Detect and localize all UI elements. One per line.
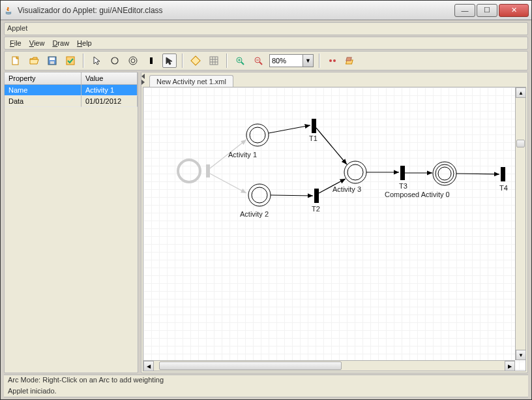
property-row[interactable]: Data 01/01/2012 [5,96,138,107]
pointer-tool-button[interactable] [89,54,104,68]
composed0-label: Composed Activity 0 [385,191,450,198]
menu-file[interactable]: File [10,39,22,47]
horizontal-scrollbar[interactable]: ◀ ▶ [143,360,515,371]
t1-label: T1 [309,134,318,142]
svg-rect-2 [50,57,55,60]
svg-rect-9 [191,56,200,65]
zoom-out-button[interactable] [251,54,265,68]
toolbar: ▼ [4,51,528,70]
java-icon [3,5,14,16]
arc-tool-button[interactable] [162,54,177,68]
scroll-left-icon[interactable]: ◀ [143,361,154,371]
zoom-in-button[interactable] [233,54,247,68]
activity1-node-inner [250,127,265,143]
window-title: Visualizador do Applet: gui/ANEditor.cla… [18,6,454,15]
t1-node[interactable] [312,119,316,133]
scroll-up-icon[interactable]: ▲ [516,87,526,98]
menu-view[interactable]: View [29,39,45,47]
new-file-button[interactable] [8,54,23,68]
prop-cell-value: Activity 1 [81,85,138,96]
activity3-label: Activity 3 [332,185,361,193]
arc[interactable] [269,125,310,133]
canvas-wrapper: Activity 1 Activity 2 T1 T2 Activity 3 T… [143,87,526,371]
property-row[interactable]: Name Activity 1 [5,85,138,96]
svg-point-14 [333,59,336,62]
titlebar[interactable]: Visualizador do Applet: gui/ANEditor.cla… [1,1,531,20]
initial-place-node[interactable] [178,160,200,182]
t3-node[interactable] [400,166,405,180]
scroll-thumb[interactable] [159,362,342,370]
status-mode: Arc Mode: Right-Click on an Arc to add w… [4,375,528,386]
close-button[interactable]: ✕ [499,4,529,17]
canvas[interactable]: Activity 1 Activity 2 T1 T2 Activity 3 T… [143,87,525,371]
svg-rect-8 [150,57,153,64]
svg-point-7 [131,59,135,63]
prop-cell-value: 01/01/2012 [81,96,138,107]
t2-node[interactable] [314,189,319,203]
grid-button[interactable] [207,54,221,68]
vertical-scrollbar[interactable]: ▲ ▼ [515,87,525,360]
editor-panel: New Activity net 1.xml [141,72,528,373]
prop-cell-name: Data [5,96,81,107]
save-file-button[interactable] [45,54,59,68]
svg-rect-16 [346,57,351,61]
properties-header: Property Value [5,72,138,85]
activity3-node-inner [347,164,363,180]
activity2-node-inner [252,187,267,203]
double-circle-tool-button[interactable] [126,54,140,68]
maximize-button[interactable]: ☐ [477,4,497,17]
t4-label: T4 [499,184,508,192]
splitter-handle[interactable] [140,74,145,84]
arc[interactable] [210,174,246,193]
token-tool-button[interactable] [325,54,340,68]
initial-transition-node[interactable] [206,164,210,177]
arc[interactable] [456,174,499,174]
open-file-button[interactable] [27,54,41,68]
chevron-down-icon[interactable]: ▼ [303,55,313,67]
svg-rect-3 [50,61,54,64]
t3-label: T3 [399,182,407,190]
activity2-label: Activity 2 [240,210,269,218]
validate-button[interactable] [63,54,78,68]
scroll-down-icon[interactable]: ▼ [516,350,526,360]
net-svg [143,87,525,371]
app-window: Visualizador do Applet: gui/ANEditor.cla… [0,0,532,400]
transition-tool-button[interactable] [144,54,158,68]
clear-button[interactable] [344,54,358,68]
svg-point-5 [111,57,118,64]
applet-section-label: Applet [4,22,528,35]
menubar: File View Draw Help [4,37,528,50]
svg-point-6 [129,57,137,65]
tabbar: New Activity net 1.xml [141,72,527,87]
menu-draw[interactable]: Draw [52,39,69,47]
composed0-node-ring3 [438,167,451,180]
arc[interactable] [271,195,313,196]
svg-rect-4 [66,57,74,65]
minimize-button[interactable]: — [454,4,475,17]
prop-header-value[interactable]: Value [81,72,138,84]
prop-header-property[interactable]: Property [5,72,81,84]
svg-rect-10 [210,57,218,65]
circle-tool-button[interactable] [108,54,122,68]
scroll-right-icon[interactable]: ▶ [505,361,515,371]
t4-node[interactable] [501,167,505,181]
main-area: Property Value Name Activity 1 Data 01/0… [4,72,528,373]
prop-cell-name: Name [5,85,81,96]
arc[interactable] [316,128,347,164]
activity1-label: Activity 1 [228,151,257,159]
scroll-thumb[interactable] [516,140,525,147]
composed0-node[interactable] [433,162,456,185]
tab-document[interactable]: New Activity net 1.xml [149,75,233,87]
properties-panel: Property Value Name Activity 1 Data 01/0… [4,72,138,373]
status-applet: Applet iniciado. [4,386,528,397]
svg-point-13 [329,59,332,62]
zoom-input[interactable] [270,57,303,65]
menu-help[interactable]: Help [77,39,92,47]
t2-label: T2 [312,205,320,213]
composed-activity-button[interactable] [188,54,203,68]
zoom-combo[interactable]: ▼ [269,54,314,67]
